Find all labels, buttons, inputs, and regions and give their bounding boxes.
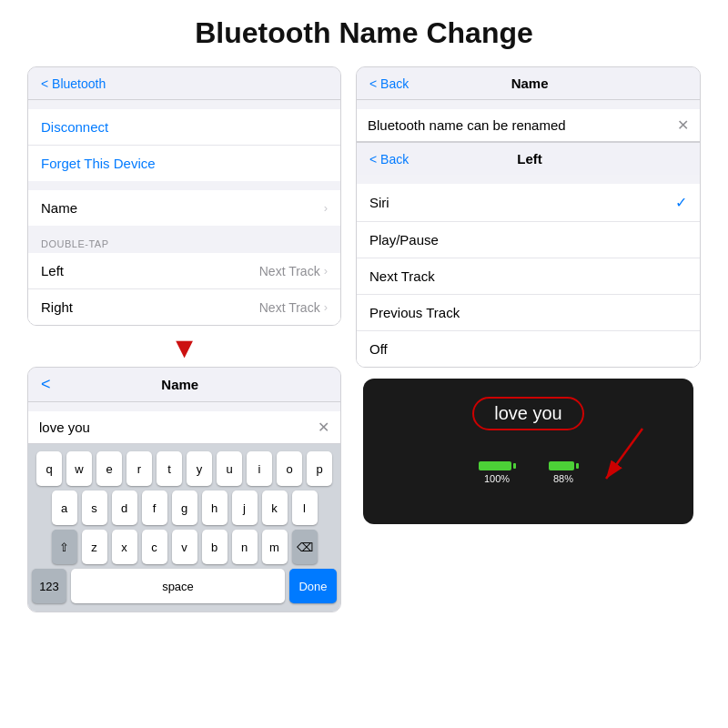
divider2 [28,181,340,190]
off-row[interactable]: Off [357,331,700,367]
keyboard-row-1: q w e r t y u i o p [32,451,337,486]
bt-name-oval: love you [472,397,584,430]
battery1-tip [513,463,516,469]
battery2 [549,461,579,470]
right-back-button[interactable]: < Back [369,76,409,91]
name-nav-bar: < Name [28,368,340,402]
name-divider [28,402,340,411]
key-s[interactable]: s [82,490,107,525]
name-section: Name › [28,190,340,226]
key-p[interactable]: p [307,451,332,486]
key-h[interactable]: h [202,490,228,525]
key-o[interactable]: o [277,451,302,486]
page-title: Bluetooth Name Change [0,0,728,66]
name-input-screen: < Name love you ✕ q w e r t y u i [27,367,341,612]
svg-line-1 [606,429,642,479]
name-back-button[interactable]: < [41,375,51,394]
disconnect-button[interactable]: Disconnect [41,119,108,135]
battery2-group: 88% [549,461,579,484]
clear-icon[interactable]: ✕ [318,419,329,436]
keyboard-row-2: a s d f g h j k l [32,490,337,525]
key-l[interactable]: l [292,490,318,525]
previous-track-row[interactable]: Previous Track [357,295,700,331]
right-name-nav: < Back Name [357,67,700,100]
key-y[interactable]: y [187,451,212,486]
name-input-bar: love you ✕ [28,411,340,444]
siri-row[interactable]: Siri ✓ [357,184,700,222]
forget-row[interactable]: Forget This Device [28,146,340,181]
play-pause-row[interactable]: Play/Pause [357,222,700,258]
bluetooth-display-box: love you [363,379,693,524]
right-chevron: › [324,300,328,314]
double-tap-options: Siri ✓ Play/Pause Next Track Previous Tr… [357,184,700,367]
off-label: Off [369,341,388,357]
key-c[interactable]: c [142,530,167,564]
bt-batteries: 100% 88% [479,461,579,484]
key-j[interactable]: j [232,490,258,525]
key-done[interactable]: Done [289,569,337,603]
key-v[interactable]: v [172,530,197,564]
bluetooth-settings-screen: < Bluetooth Disconnect Forget This Devic… [27,66,341,326]
bt-arrow-svg [588,424,670,488]
name-row[interactable]: Name › [28,190,340,226]
left-value: Next Track › [259,264,328,278]
key-f[interactable]: f [142,490,167,525]
bluetooth-nav-bar: < Bluetooth [28,67,340,100]
right-name-screen: < Back Name Bluetooth name can be rename… [356,66,701,368]
chevron-icon: › [324,201,328,215]
keyboard: q w e r t y u i o p a s d f g h [28,444,340,612]
key-123[interactable]: 123 [32,569,66,603]
key-i[interactable]: i [247,451,272,486]
battery2-tip [576,463,579,469]
key-n[interactable]: n [232,530,258,564]
key-k[interactable]: k [262,490,288,525]
key-shift[interactable]: ⇧ [52,530,77,564]
key-delete[interactable]: ⌫ [292,530,318,564]
key-space[interactable]: space [71,569,285,603]
key-x[interactable]: x [112,530,137,564]
key-d[interactable]: d [112,490,137,525]
left-chevron: › [324,264,328,278]
key-a[interactable]: a [52,490,77,525]
key-e[interactable]: e [96,451,122,486]
left-label: Left [41,263,64,278]
key-b[interactable]: b [202,530,228,564]
battery2-label: 88% [553,473,573,484]
key-t[interactable]: t [157,451,182,486]
disconnect-row[interactable]: Disconnect [28,109,340,146]
right-double-tap-row[interactable]: Right Next Track › [28,289,340,325]
previous-track-label: Previous Track [369,305,460,320]
left-top-panel: < Bluetooth Disconnect Forget This Devic… [27,66,341,612]
next-track-label: Next Track [369,268,435,284]
next-track-row[interactable]: Next Track [357,258,700,295]
name-nav-title: Name [161,377,198,392]
play-pause-label: Play/Pause [369,232,439,248]
forget-button[interactable]: Forget This Device [41,156,156,171]
battery1 [479,461,516,470]
left-double-tap-row[interactable]: Left Next Track › [28,253,340,289]
key-q[interactable]: q [36,451,62,486]
key-u[interactable]: u [217,451,242,486]
bluetooth-back-button[interactable]: < Bluetooth [41,76,106,91]
keyboard-row-4: 123 space Done [32,569,337,603]
key-m[interactable]: m [262,530,288,564]
name-label: Name [41,200,77,216]
battery1-label: 100% [484,473,510,484]
right-left-back-button[interactable]: < Back [369,152,409,167]
keyboard-row-3: ⇧ z x c v b n m ⌫ [32,530,337,564]
name-input[interactable]: love you [39,420,310,435]
right-name-input[interactable]: Bluetooth name can be renamed [368,117,670,133]
right-name-input-bar: Bluetooth name can be renamed ✕ [357,109,700,142]
key-z[interactable]: z [82,530,107,564]
down-arrow-icon: ▼ [27,326,341,367]
right-divider1 [357,100,700,109]
right-clear-icon[interactable]: ✕ [677,116,689,134]
key-w[interactable]: w [66,451,92,486]
right-label: Right [41,299,73,315]
right-left-nav-title: Left [517,151,542,167]
siri-label: Siri [369,195,389,210]
right-name-nav-title: Name [511,76,549,91]
disconnect-section: Disconnect Forget This Device [28,109,340,181]
key-g[interactable]: g [172,490,197,525]
key-r[interactable]: r [126,451,152,486]
